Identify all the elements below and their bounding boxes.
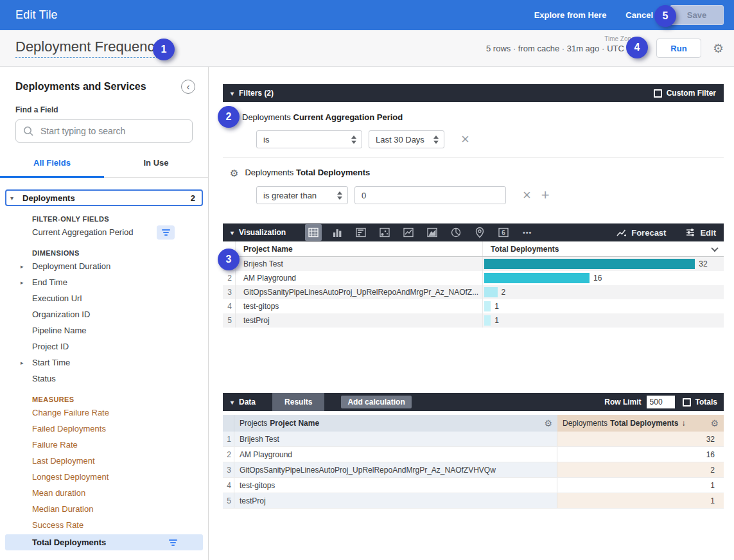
- project-name-cell[interactable]: testProj: [234, 493, 557, 508]
- field-start-time[interactable]: ▸ Start Time: [0, 354, 208, 371]
- table-icon: [307, 226, 320, 239]
- add-filter-icon[interactable]: +: [541, 188, 550, 202]
- custom-filter-checkbox[interactable]: [654, 89, 662, 98]
- field-mean-duration[interactable]: Mean duration: [0, 485, 208, 501]
- field-median-duration[interactable]: Median Duration: [0, 501, 208, 517]
- filters-header-bar[interactable]: ▾ Filters (2) Custom Filter: [223, 84, 724, 102]
- deployment-bar[interactable]: [484, 273, 590, 283]
- project-name-cell[interactable]: testProj: [236, 313, 483, 328]
- field-pipeline-name[interactable]: Pipeline Name: [0, 322, 208, 338]
- viz-type-more[interactable]: •••: [519, 224, 536, 241]
- filter-gear-icon[interactable]: ⚙: [230, 168, 238, 178]
- sidebar-tabs: All Fields In Use: [0, 158, 208, 178]
- field-execution-url[interactable]: Execution Url: [0, 290, 208, 306]
- field-change-failure-rate[interactable]: Change Failure Rate: [0, 405, 208, 421]
- filter-active-button[interactable]: [157, 225, 175, 240]
- viz-type-single-value[interactable]: 6: [495, 224, 512, 241]
- caret-right-icon[interactable]: ▸: [21, 263, 24, 270]
- field-total-deployments-selected[interactable]: Total Deployments: [5, 534, 203, 550]
- viz-type-line-chart[interactable]: [400, 224, 417, 241]
- data-header-bar[interactable]: ▾ Data Results Add calculation Row Limit…: [223, 393, 724, 411]
- field-deployment-duration[interactable]: ▸ Deployment Duration: [0, 258, 208, 274]
- deployment-bar[interactable]: [484, 301, 491, 311]
- group-deployments[interactable]: ▾ Deployments 2: [5, 189, 203, 206]
- chevron-left-icon: ‹: [187, 82, 190, 91]
- cancel-link[interactable]: Cancel: [625, 10, 653, 20]
- project-name-cell[interactable]: GitOpsSanityPipeLinesAutoProj_UpRelRepoA…: [234, 462, 557, 477]
- remove-filter-icon[interactable]: ×: [461, 132, 469, 146]
- chevron-down-icon[interactable]: [711, 244, 718, 251]
- filter-value-input[interactable]: [354, 186, 506, 204]
- select-updown-icon: [337, 191, 342, 200]
- filter-icon[interactable]: [169, 539, 177, 546]
- field-end-time[interactable]: ▸ End Time: [0, 274, 208, 290]
- viz-type-bar-chart[interactable]: [353, 224, 369, 241]
- filter-operator-select[interactable]: is greater than: [256, 186, 348, 204]
- project-name-cell[interactable]: Brijesh Test: [236, 257, 483, 271]
- viz-type-area-chart[interactable]: [424, 224, 441, 241]
- filter-operator-select[interactable]: is: [256, 130, 362, 148]
- project-name-cell[interactable]: AM Playground: [234, 447, 557, 462]
- column-gear-icon[interactable]: ⚙: [544, 419, 552, 428]
- caret-right-icon[interactable]: ▸: [21, 360, 24, 366]
- project-name-cell[interactable]: GitOpsSanityPipeLinesAutoProj_UpRelRepoA…: [236, 285, 483, 299]
- tile-title[interactable]: Deployment Frequency: [15, 39, 161, 58]
- tab-all-fields[interactable]: All Fields: [0, 158, 104, 177]
- filter-only-fields-heading: FILTER-ONLY FIELDS: [32, 215, 208, 224]
- viz-type-table[interactable]: [305, 224, 322, 241]
- run-button[interactable]: Run: [656, 39, 701, 58]
- sidebar-title: Deployments and Services: [15, 81, 146, 92]
- total-deployments-cell[interactable]: 1: [557, 493, 724, 508]
- field-last-deployment[interactable]: Last Deployment: [0, 453, 208, 469]
- deployment-bar[interactable]: [484, 259, 695, 269]
- query-status-text: 5 rows · from cache · 31m ago ·: [486, 44, 604, 53]
- viz-type-column-chart[interactable]: [329, 224, 345, 241]
- viz-type-scatter-plot[interactable]: [376, 224, 393, 241]
- deployment-bar[interactable]: [484, 315, 491, 326]
- results-tab[interactable]: Results: [272, 393, 324, 411]
- filters-panel: ▾ Filters (2) Custom Filter Deployments …: [223, 84, 724, 220]
- deployment-bar[interactable]: [484, 287, 498, 297]
- viz-type-map[interactable]: [471, 224, 488, 241]
- edit-viz-button[interactable]: Edit: [685, 227, 716, 238]
- row-limit-input[interactable]: [647, 396, 675, 408]
- header-settings-gear-icon[interactable]: ⚙: [713, 42, 724, 55]
- selected-operator: is: [263, 135, 345, 144]
- total-deployments-cell[interactable]: 32: [557, 432, 724, 446]
- column-gear-icon[interactable]: ⚙: [710, 419, 719, 428]
- viz-col-total-deployments[interactable]: Total Deployments: [483, 241, 724, 256]
- project-name-cell[interactable]: Brijesh Test: [234, 432, 557, 446]
- total-deployments-cell[interactable]: 16: [557, 447, 724, 462]
- totals-checkbox[interactable]: [683, 398, 691, 407]
- visualization-header-bar[interactable]: ▾ Visualization: [223, 223, 724, 241]
- field-search-input[interactable]: [40, 126, 186, 136]
- field-longest-deployment[interactable]: Longest Deployment: [0, 469, 208, 485]
- caret-right-icon[interactable]: ▸: [21, 279, 24, 286]
- total-deployments-cell[interactable]: 1: [557, 478, 724, 493]
- project-name-cell[interactable]: test-gitops: [236, 299, 483, 313]
- column-header-total-deployments[interactable]: Deployments Total Deployments ↓ ⚙: [557, 415, 724, 432]
- save-button[interactable]: Save: [670, 5, 724, 25]
- viz-type-pie-chart[interactable]: [448, 224, 464, 241]
- project-name-cell[interactable]: test-gitops: [234, 478, 557, 493]
- tab-in-use[interactable]: In Use: [104, 158, 208, 177]
- field-success-rate[interactable]: Success Rate: [0, 517, 208, 533]
- explore-from-here-link[interactable]: Explore from Here: [534, 10, 607, 20]
- add-calculation-button[interactable]: Add calculation: [341, 396, 411, 408]
- field-search-box[interactable]: [15, 119, 193, 143]
- field-failure-rate[interactable]: Failure Rate: [0, 437, 208, 453]
- column-header-project-name[interactable]: Projects Project Name ⚙: [234, 415, 557, 432]
- sidebar-collapse-button[interactable]: ‹: [181, 80, 195, 94]
- forecast-button[interactable]: Forecast: [616, 227, 666, 238]
- field-project-id[interactable]: Project ID: [0, 338, 208, 354]
- field-organization-id[interactable]: Organization ID: [0, 306, 208, 322]
- field-failed-deployments[interactable]: Failed Deployments: [0, 421, 208, 437]
- filter-value-select[interactable]: Last 30 Days: [369, 130, 444, 148]
- total-deployments-cell[interactable]: 2: [557, 462, 724, 477]
- viz-col-project-name[interactable]: Project Name: [236, 241, 483, 256]
- field-status[interactable]: Status: [0, 371, 208, 387]
- ellipsis-icon: •••: [523, 229, 532, 236]
- project-name-cell[interactable]: AM Playground: [236, 271, 483, 285]
- field-current-aggregation-period[interactable]: Current Aggregation Period: [0, 224, 208, 240]
- remove-filter-icon[interactable]: ×: [523, 188, 531, 202]
